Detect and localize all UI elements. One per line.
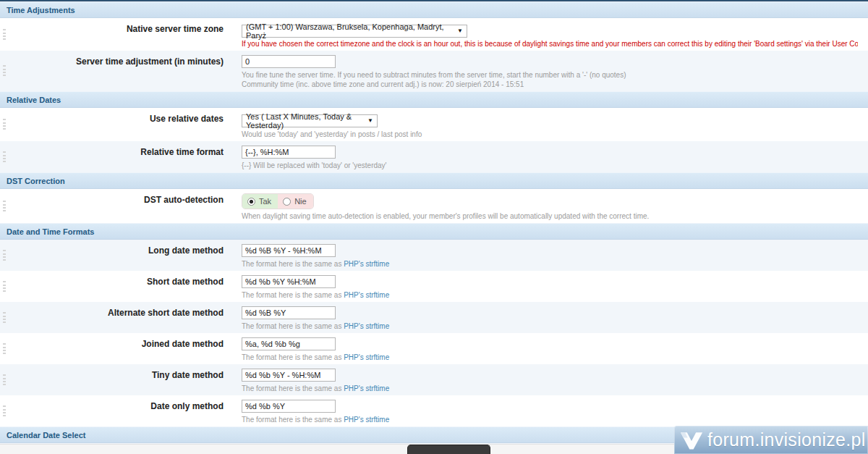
grip-icon	[3, 405, 6, 416]
row-server-time-adjustment: Server time adjustment (in minutes) You …	[0, 51, 868, 91]
row-alternate-short-date-method: Alternate short date method The format h…	[0, 302, 868, 333]
strftime-link[interactable]: PHP's strftime	[344, 322, 389, 330]
help-text: The format here is the same as PHP's str…	[242, 291, 858, 299]
section-header-date-time-formats: Date and Time Formats	[0, 223, 868, 240]
help-text: The format here is the same as PHP's str…	[242, 322, 858, 330]
row-joined-date-method: Joined date method The format here is th…	[0, 333, 868, 364]
strftime-help-prefix: The format here is the same as	[242, 353, 344, 361]
strftime-help-prefix: The format here is the same as	[242, 260, 344, 268]
grip-icon	[3, 119, 6, 130]
strftime-link[interactable]: PHP's strftime	[344, 353, 389, 361]
invisionize-logo-icon	[680, 430, 703, 450]
field-label: Alternate short date method	[0, 302, 233, 333]
help-text: The format here is the same as PHP's str…	[242, 260, 858, 268]
server-time-adjustment-input[interactable]	[242, 55, 336, 68]
field-label: DST auto-detection	[0, 189, 233, 223]
strftime-help-prefix: The format here is the same as	[242, 384, 344, 392]
help-text: {--} Will be replaced with 'today' or 'y…	[242, 161, 858, 169]
grip-icon	[3, 312, 6, 323]
strftime-help-prefix: The format here is the same as	[242, 322, 344, 330]
row-native-server-time-zone: Native server time zone (GMT + 1:00) War…	[0, 18, 868, 51]
row-short-date-method: Short date method The format here is the…	[0, 271, 868, 302]
dst-radio-no-label: Nie	[294, 197, 307, 206]
grip-icon	[3, 65, 6, 76]
row-relative-time-format: Relative time format {--} Will be replac…	[0, 141, 868, 172]
grip-icon	[3, 281, 6, 292]
field-label: Short date method	[0, 271, 233, 302]
row-long-date-method: Long date method The format here is the …	[0, 240, 868, 271]
grip-icon	[3, 343, 6, 354]
dst-radio-yes-label: Tak	[259, 197, 271, 206]
strftime-help-prefix: The format here is the same as	[242, 291, 344, 299]
short-date-method-input[interactable]	[242, 275, 336, 288]
date-only-method-input[interactable]	[242, 400, 336, 413]
strftime-link[interactable]: PHP's strftime	[344, 260, 389, 268]
help-text: You fine tune the server time. If you ne…	[242, 71, 858, 79]
field-label: Native server time zone	[0, 18, 233, 51]
dst-radio-no[interactable]: Nie	[278, 194, 313, 209]
joined-date-method-input[interactable]	[242, 337, 336, 350]
watermark-text: forum.invisionize.pl	[707, 429, 866, 450]
timezone-select[interactable]: (GMT + 1:00) Warszawa, Bruksela, Kopenha…	[242, 25, 467, 38]
chevron-down-icon: ▼	[457, 28, 463, 34]
save-button[interactable]	[407, 445, 490, 454]
tiny-date-method-input[interactable]	[242, 369, 336, 382]
use-relative-dates-select-value: Yes ( Last X Minutes, Today & Yesterday)	[246, 112, 357, 130]
help-text: The format here is the same as PHP's str…	[242, 416, 858, 424]
timezone-warning-text: If you have chosen the correct timezone …	[242, 40, 858, 48]
row-date-only-method: Date only method The format here is the …	[0, 395, 868, 426]
chevron-down-icon: ▼	[367, 118, 373, 124]
long-date-method-input[interactable]	[242, 244, 336, 257]
use-relative-dates-select[interactable]: Yes ( Last X Minutes, Today & Yesterday)…	[242, 114, 378, 127]
grip-icon	[3, 250, 6, 261]
strftime-link[interactable]: PHP's strftime	[344, 416, 389, 424]
field-label: Tiny date method	[0, 364, 233, 395]
alternate-short-date-method-input[interactable]	[242, 306, 336, 319]
strftime-help-prefix: The format here is the same as	[242, 416, 344, 424]
field-label: Relative time format	[0, 141, 233, 172]
section-header-relative-dates: Relative Dates	[0, 91, 868, 108]
relative-time-format-input[interactable]	[242, 146, 336, 159]
radio-unselected-icon	[283, 198, 291, 206]
field-label: Long date method	[0, 240, 233, 271]
field-label: Joined date method	[0, 333, 233, 364]
section-header-dst-correction: DST Correction	[0, 172, 868, 189]
watermark-banner: forum.invisionize.pl	[674, 426, 868, 454]
help-text: The format here is the same as PHP's str…	[242, 353, 858, 361]
section-header-time-adjustments: Time Adjustments	[0, 1, 868, 18]
grip-icon	[3, 29, 6, 40]
row-use-relative-dates: Use relative dates Yes ( Last X Minutes,…	[0, 108, 868, 141]
field-label: Server time adjustment (in minutes)	[0, 51, 233, 91]
help-text: Would use 'today' and 'yesterday' in pos…	[242, 130, 858, 138]
strftime-link[interactable]: PHP's strftime	[344, 384, 389, 392]
strftime-link[interactable]: PHP's strftime	[344, 291, 389, 299]
row-dst-auto-detection: DST auto-detection Tak Nie When daylight…	[0, 189, 868, 223]
settings-page: Time Adjustments Native server time zone…	[0, 0, 868, 454]
row-tiny-date-method: Tiny date method The format here is the …	[0, 364, 868, 395]
help-text: When daylight saving time auto-detection…	[242, 212, 858, 220]
grip-icon	[3, 201, 6, 211]
radio-selected-icon	[247, 198, 255, 206]
grip-icon	[3, 151, 6, 162]
dst-radio-yes[interactable]: Tak	[242, 194, 278, 209]
timezone-select-value: (GMT + 1:00) Warszawa, Bruksela, Kopenha…	[246, 22, 447, 40]
field-label: Use relative dates	[0, 108, 233, 141]
help-text: The format here is the same as PHP's str…	[242, 384, 858, 392]
community-time-text: Community time (inc. above time zone and…	[242, 80, 858, 88]
dst-radio-group: Tak Nie	[242, 193, 314, 209]
field-label: Date only method	[0, 395, 233, 426]
grip-icon	[3, 374, 6, 385]
